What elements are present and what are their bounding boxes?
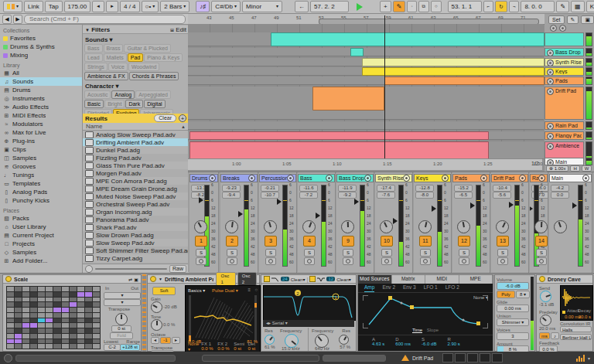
scale-grid-cell[interactable] <box>62 292 69 297</box>
subtab-lfo2[interactable]: LFO 2 <box>446 284 459 292</box>
scale-grid-cell[interactable] <box>53 308 60 312</box>
menu-icon[interactable]: ≡ <box>248 287 251 292</box>
expand-icon[interactable]: ▼ <box>159 277 162 281</box>
scale-grid-cell[interactable] <box>62 302 69 307</box>
voices-value[interactable]: 3 <box>497 332 529 340</box>
scale-grid-cell[interactable] <box>30 328 37 333</box>
fold-button[interactable]: Fold <box>110 332 133 339</box>
scale-grid[interactable] <box>6 286 101 349</box>
sidebar-item-sounds[interactable]: ♫Sounds <box>0 77 82 86</box>
sidebar-item-add-folder[interactable]: ⊞Add Folder... <box>0 257 82 265</box>
scale-grid-cell[interactable] <box>77 302 84 307</box>
sidebar-item-grooves[interactable]: ≋Grooves <box>0 162 82 171</box>
scale-grid-cell[interactable] <box>15 339 22 344</box>
control-surface-indicator[interactable]: ▾ <box>3 1 22 12</box>
browser-back-button[interactable]: ◀ <box>2 15 12 24</box>
semi-value[interactable]: Semi 0 st <box>234 342 245 352</box>
scale-grid-cell[interactable] <box>77 292 84 297</box>
sidebar-item-samples[interactable]: ◫Samples <box>0 154 82 162</box>
arm-icon[interactable] <box>559 25 566 32</box>
arrangement-lanes[interactable] <box>188 24 544 158</box>
oscillator-display[interactable]: Basics ▾ Pulse Dual ▾ ≡ ○ 0.0 dB 81 % No… <box>185 285 261 353</box>
scale-grid-cell[interactable] <box>53 323 60 328</box>
filter2-type-select[interactable]: Clean▾ <box>336 277 351 282</box>
volume-fader-handle[interactable] <box>316 213 320 219</box>
sidebar-item-midi-effects[interactable]: ⊞MIDI Effects <box>0 111 82 120</box>
scale-grid-cell[interactable] <box>77 344 84 349</box>
env-attack[interactable]: A4.63 s <box>372 337 384 346</box>
chevron-down-icon[interactable]: ▾ <box>588 355 590 361</box>
scale-grid-cell[interactable] <box>22 287 29 291</box>
track-arm-button[interactable] <box>547 123 554 130</box>
device-thumbnail[interactable] <box>480 353 490 362</box>
track-arm-button[interactable] <box>547 143 554 150</box>
scale-grid-cell[interactable] <box>70 334 77 338</box>
ir-category-select[interactable]: Halls <box>560 326 592 332</box>
scale-grid-cell[interactable] <box>93 292 100 297</box>
arrangement-clip[interactable] <box>189 141 489 159</box>
scale-grid-cell[interactable] <box>30 318 37 323</box>
scale-grid-cell[interactable] <box>22 318 29 323</box>
octave-value[interactable]: -1 <box>160 337 171 344</box>
sidebar-item-instruments[interactable]: ◎Instruments <box>0 94 82 103</box>
filter-response-display[interactable]: 2 1 <box>263 285 356 321</box>
sidebar-item-tunings[interactable]: ♩Tunings <box>0 171 82 179</box>
arrangement-clip[interactable] <box>271 32 544 46</box>
filter-tag-strings[interactable]: Strings <box>84 63 108 71</box>
scale-grid-cell[interactable] <box>70 298 77 302</box>
scale-grid-cell[interactable] <box>85 298 92 302</box>
notch-icon[interactable] <box>317 277 325 282</box>
back-to-arrangement-button[interactable]: ← <box>295 1 309 12</box>
scale-grid-cell[interactable] <box>77 298 84 302</box>
osc-position-slider[interactable] <box>254 295 257 342</box>
filter-tag-woodwind[interactable]: Woodwind <box>128 63 160 71</box>
scale-grid-cell[interactable] <box>46 313 53 318</box>
volume-fader-handle[interactable] <box>509 202 514 208</box>
solo-button[interactable]: S <box>265 249 276 257</box>
scale-grid-cell[interactable] <box>46 334 53 338</box>
env-time-tab[interactable]: Time <box>412 328 422 333</box>
predelay-knob[interactable] <box>540 315 551 326</box>
sidebar-item-clips[interactable]: ▣Clips <box>0 145 82 154</box>
solo-button[interactable]: S <box>196 249 207 257</box>
attack-toggle[interactable] <box>562 311 565 314</box>
scale-grid-cell[interactable] <box>70 339 77 344</box>
device-chain-scroll-thumb[interactable] <box>323 355 386 362</box>
solo-button[interactable]: S <box>420 249 431 257</box>
peak-level-value[interactable]: -11.6 <box>299 185 318 192</box>
preview-button[interactable] <box>85 265 93 273</box>
scale-grid-cell[interactable] <box>38 318 45 323</box>
filter-tag-digital[interactable]: Digital <box>144 100 165 108</box>
tab-osc1[interactable]: Osc 1 <box>216 272 235 286</box>
subtab-lfo1[interactable]: LFO 1 <box>424 284 438 292</box>
poly-voices-select[interactable]: 8 ▾ <box>516 291 530 298</box>
peak-level-value[interactable]: -9.23 <box>222 185 241 192</box>
link-button[interactable]: Link <box>24 1 43 12</box>
scale-grid-cell[interactable] <box>46 298 53 302</box>
volume-value[interactable]: -5.6 <box>493 192 511 199</box>
filter-tag-bass[interactable]: Bass <box>84 44 103 53</box>
sidebar-item-audio-effects[interactable]: ≫Audio Effects <box>0 103 82 111</box>
scale-grid-cell[interactable] <box>77 334 84 338</box>
arrangement-clip[interactable] <box>362 58 544 66</box>
scale-grid-cell[interactable] <box>15 318 22 323</box>
filter-tag-piano-keys[interactable]: Piano & Keys <box>144 53 183 62</box>
track-lane-rain-pad[interactable] <box>188 121 544 130</box>
metronome-button[interactable]: ○• ▾ <box>142 1 159 12</box>
scale-grid-cell[interactable] <box>85 323 92 328</box>
ms-toggle[interactable]: ms <box>539 332 550 339</box>
device-title[interactable]: Drifting Ambient Pad <box>165 277 214 282</box>
peak-level-value[interactable]: -17.4 <box>377 185 395 192</box>
subtab-env3[interactable]: Env 3 <box>403 284 416 292</box>
res1-value[interactable]: 61 % <box>265 345 275 349</box>
zoom-height-button[interactable]: H <box>570 165 579 172</box>
scale-grid-cell[interactable] <box>15 292 22 297</box>
track-activator[interactable] <box>480 175 487 182</box>
track-lane-bass-drop[interactable] <box>188 48 544 56</box>
device-title[interactable]: Scale <box>14 277 28 282</box>
filter1-type-select[interactable]: Clean▾ <box>291 277 306 282</box>
scale-grid-cell[interactable] <box>70 318 77 323</box>
scale-grid-cell[interactable] <box>46 318 53 323</box>
lowest-value[interactable]: C-2 <box>104 344 121 351</box>
arrangement-clip[interactable] <box>189 131 489 140</box>
